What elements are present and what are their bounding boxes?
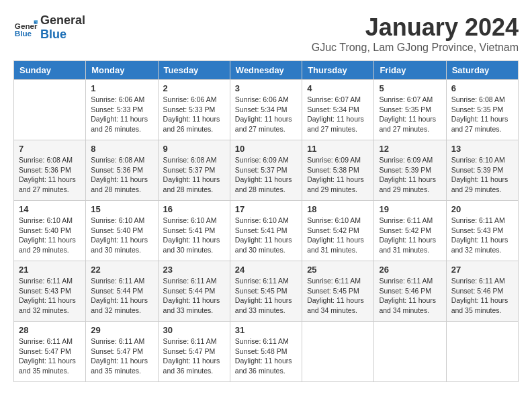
day-number: 18	[307, 204, 369, 214]
day-number: 19	[379, 204, 441, 214]
calendar-cell: 29Sunrise: 6:11 AM Sunset: 5:47 PM Dayli…	[86, 322, 158, 382]
day-number: 20	[451, 204, 513, 214]
day-info: Sunrise: 6:08 AM Sunset: 5:35 PM Dayligh…	[451, 95, 513, 134]
day-info: Sunrise: 6:11 AM Sunset: 5:43 PM Dayligh…	[451, 216, 513, 255]
column-header-tuesday: Tuesday	[158, 61, 230, 80]
calendar-cell: 16Sunrise: 6:10 AM Sunset: 5:41 PM Dayli…	[158, 201, 230, 261]
day-info: Sunrise: 6:07 AM Sunset: 5:34 PM Dayligh…	[307, 95, 369, 134]
calendar-cell: 4Sunrise: 6:07 AM Sunset: 5:34 PM Daylig…	[302, 80, 374, 140]
calendar-week-row: 1Sunrise: 6:06 AM Sunset: 5:33 PM Daylig…	[14, 80, 519, 140]
day-info: Sunrise: 6:11 AM Sunset: 5:44 PM Dayligh…	[91, 276, 152, 316]
day-info: Sunrise: 6:09 AM Sunset: 5:37 PM Dayligh…	[235, 155, 297, 195]
calendar-cell: 30Sunrise: 6:11 AM Sunset: 5:47 PM Dayli…	[158, 322, 230, 382]
day-number: 15	[91, 204, 152, 214]
day-info: Sunrise: 6:11 AM Sunset: 5:43 PM Dayligh…	[19, 276, 81, 316]
day-info: Sunrise: 6:10 AM Sunset: 5:39 PM Dayligh…	[451, 155, 513, 195]
day-info: Sunrise: 6:11 AM Sunset: 5:42 PM Dayligh…	[379, 216, 441, 255]
column-header-friday: Friday	[374, 61, 446, 80]
day-number: 17	[235, 204, 297, 214]
calendar-cell	[446, 322, 518, 382]
day-number: 7	[19, 144, 81, 154]
day-number: 12	[379, 144, 441, 154]
day-info: Sunrise: 6:10 AM Sunset: 5:42 PM Dayligh…	[307, 216, 369, 255]
calendar-cell: 18Sunrise: 6:10 AM Sunset: 5:42 PM Dayli…	[302, 201, 374, 261]
calendar-cell: 13Sunrise: 6:10 AM Sunset: 5:39 PM Dayli…	[446, 140, 518, 201]
day-info: Sunrise: 6:11 AM Sunset: 5:44 PM Dayligh…	[163, 276, 225, 316]
calendar-cell: 15Sunrise: 6:10 AM Sunset: 5:40 PM Dayli…	[86, 201, 158, 261]
calendar-week-row: 28Sunrise: 6:11 AM Sunset: 5:47 PM Dayli…	[14, 322, 519, 382]
calendar-cell	[374, 322, 446, 382]
day-number: 16	[163, 204, 225, 214]
day-info: Sunrise: 6:10 AM Sunset: 5:41 PM Dayligh…	[235, 216, 297, 255]
day-info: Sunrise: 6:11 AM Sunset: 5:45 PM Dayligh…	[307, 276, 369, 316]
title-area: January 2024 GJuc Trong, Lam GJong Provi…	[312, 13, 519, 54]
day-info: Sunrise: 6:08 AM Sunset: 5:37 PM Dayligh…	[163, 155, 225, 195]
day-info: Sunrise: 6:11 AM Sunset: 5:46 PM Dayligh…	[379, 276, 441, 316]
day-number: 21	[19, 265, 81, 275]
calendar-cell: 17Sunrise: 6:10 AM Sunset: 5:41 PM Dayli…	[230, 201, 302, 261]
day-number: 28	[19, 325, 81, 335]
logo-blue-text: Blue	[40, 28, 85, 42]
calendar-cell: 7Sunrise: 6:08 AM Sunset: 5:36 PM Daylig…	[14, 140, 86, 201]
day-info: Sunrise: 6:09 AM Sunset: 5:39 PM Dayligh…	[379, 155, 441, 195]
calendar-cell: 26Sunrise: 6:11 AM Sunset: 5:46 PM Dayli…	[374, 261, 446, 322]
column-header-wednesday: Wednesday	[230, 61, 302, 80]
day-number: 1	[91, 83, 152, 93]
day-number: 14	[19, 204, 81, 214]
day-number: 11	[307, 144, 369, 154]
calendar-week-row: 14Sunrise: 6:10 AM Sunset: 5:40 PM Dayli…	[14, 201, 519, 261]
svg-text:Blue: Blue	[15, 29, 32, 38]
day-number: 9	[163, 144, 225, 154]
calendar-cell: 21Sunrise: 6:11 AM Sunset: 5:43 PM Dayli…	[14, 261, 86, 322]
location-subtitle: GJuc Trong, Lam GJong Province, Vietnam	[312, 42, 519, 54]
calendar-cell: 25Sunrise: 6:11 AM Sunset: 5:45 PM Dayli…	[302, 261, 374, 322]
calendar-cell: 20Sunrise: 6:11 AM Sunset: 5:43 PM Dayli…	[446, 201, 518, 261]
calendar-cell: 22Sunrise: 6:11 AM Sunset: 5:44 PM Dayli…	[86, 261, 158, 322]
day-info: Sunrise: 6:06 AM Sunset: 5:33 PM Dayligh…	[91, 95, 152, 134]
calendar-cell: 12Sunrise: 6:09 AM Sunset: 5:39 PM Dayli…	[374, 140, 446, 201]
day-number: 24	[235, 265, 297, 275]
day-info: Sunrise: 6:11 AM Sunset: 5:46 PM Dayligh…	[451, 276, 513, 316]
day-info: Sunrise: 6:06 AM Sunset: 5:34 PM Dayligh…	[235, 95, 297, 134]
day-number: 5	[379, 83, 441, 93]
day-number: 4	[307, 83, 369, 93]
logo: General Blue General Blue	[13, 13, 85, 42]
calendar-week-row: 21Sunrise: 6:11 AM Sunset: 5:43 PM Dayli…	[14, 261, 519, 322]
logo-general-text: General	[40, 13, 85, 28]
column-header-thursday: Thursday	[302, 61, 374, 80]
calendar-cell: 9Sunrise: 6:08 AM Sunset: 5:37 PM Daylig…	[158, 140, 230, 201]
calendar-header-row: SundayMondayTuesdayWednesdayThursdayFrid…	[14, 61, 519, 80]
day-info: Sunrise: 6:11 AM Sunset: 5:47 PM Dayligh…	[163, 336, 225, 376]
day-info: Sunrise: 6:10 AM Sunset: 5:40 PM Dayligh…	[19, 216, 81, 255]
day-number: 31	[235, 325, 297, 335]
day-number: 25	[307, 265, 369, 275]
calendar-cell: 5Sunrise: 6:07 AM Sunset: 5:35 PM Daylig…	[374, 80, 446, 140]
calendar-cell: 14Sunrise: 6:10 AM Sunset: 5:40 PM Dayli…	[14, 201, 86, 261]
day-info: Sunrise: 6:11 AM Sunset: 5:47 PM Dayligh…	[91, 336, 152, 376]
day-number: 13	[451, 144, 513, 154]
day-number: 6	[451, 83, 513, 93]
calendar-cell: 10Sunrise: 6:09 AM Sunset: 5:37 PM Dayli…	[230, 140, 302, 201]
day-number: 29	[91, 325, 152, 335]
calendar-cell: 11Sunrise: 6:09 AM Sunset: 5:38 PM Dayli…	[302, 140, 374, 201]
day-number: 3	[235, 83, 297, 93]
day-info: Sunrise: 6:06 AM Sunset: 5:33 PM Dayligh…	[163, 95, 225, 134]
day-info: Sunrise: 6:11 AM Sunset: 5:45 PM Dayligh…	[235, 276, 297, 316]
column-header-monday: Monday	[86, 61, 158, 80]
column-header-sunday: Sunday	[14, 61, 86, 80]
month-title: January 2024	[312, 13, 519, 42]
day-number: 8	[91, 144, 152, 154]
day-number: 10	[235, 144, 297, 154]
day-info: Sunrise: 6:10 AM Sunset: 5:40 PM Dayligh…	[91, 216, 152, 255]
page-header: General Blue General Blue January 2024 G…	[13, 13, 519, 54]
day-info: Sunrise: 6:10 AM Sunset: 5:41 PM Dayligh…	[163, 216, 225, 255]
day-info: Sunrise: 6:09 AM Sunset: 5:38 PM Dayligh…	[307, 155, 369, 195]
calendar-table: SundayMondayTuesdayWednesdayThursdayFrid…	[13, 60, 519, 382]
day-number: 22	[91, 265, 152, 275]
calendar-week-row: 7Sunrise: 6:08 AM Sunset: 5:36 PM Daylig…	[14, 140, 519, 201]
day-info: Sunrise: 6:11 AM Sunset: 5:47 PM Dayligh…	[19, 336, 81, 376]
calendar-cell	[14, 80, 86, 140]
calendar-cell: 6Sunrise: 6:08 AM Sunset: 5:35 PM Daylig…	[446, 80, 518, 140]
day-info: Sunrise: 6:07 AM Sunset: 5:35 PM Dayligh…	[379, 95, 441, 134]
calendar-cell: 19Sunrise: 6:11 AM Sunset: 5:42 PM Dayli…	[374, 201, 446, 261]
